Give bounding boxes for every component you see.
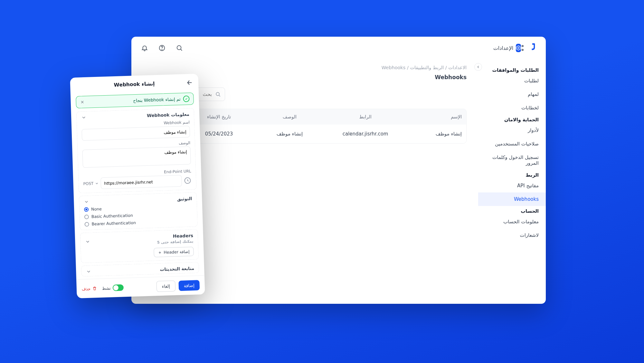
- toast-text: تم إنشاء Webhook بنجاح: [133, 97, 181, 103]
- col-url: الرابط: [325, 114, 406, 119]
- chevron-down-icon[interactable]: [81, 115, 86, 120]
- success-toast: تم إنشاء Webhook بنجاح: [76, 92, 194, 108]
- svg-point-4: [518, 47, 519, 49]
- delete-button[interactable]: حذف: [82, 286, 97, 291]
- sheet-header: إنشاء Webhook: [70, 74, 198, 95]
- sidebar-item-letters[interactable]: لخطابات: [478, 101, 546, 115]
- col-name: الإسم: [406, 114, 466, 119]
- cell-desc: إنشاء موظف: [254, 131, 325, 137]
- sidebar-item-requests[interactable]: لطلبات: [478, 74, 546, 88]
- sheet-title: إنشاء Webhook: [114, 81, 155, 88]
- section-follow: متابعة التحديثات: [81, 262, 199, 276]
- create-webhook-sheet: إنشاء Webhook تم إنشاء Webhook بنجاح معل…: [70, 74, 205, 298]
- cell-name: إنشاء موظف: [406, 131, 466, 137]
- active-toggle[interactable]: [112, 284, 124, 291]
- auth-none-radio[interactable]: None: [84, 204, 192, 212]
- section-info-title: معلومات Webhook: [147, 112, 189, 118]
- test-endpoint-icon[interactable]: [184, 177, 192, 185]
- sidebar-item-tasks[interactable]: لمهام: [478, 88, 546, 101]
- svg-point-1: [522, 45, 523, 47]
- section-auth-title: التوثيق: [177, 196, 192, 201]
- endpoint-url-input[interactable]: [100, 175, 182, 189]
- auth-bearer-radio[interactable]: Bearer Authentication: [84, 219, 193, 227]
- cell-url: calendar.jisrhr.com: [325, 131, 406, 137]
- settings-label: الإعدادات: [493, 45, 514, 51]
- brand-logo: [530, 43, 536, 53]
- sheet-back-icon[interactable]: [186, 79, 194, 86]
- sidebar-item-roles[interactable]: لأدوار: [478, 124, 546, 137]
- add-button[interactable]: إضافة: [178, 280, 200, 291]
- sidebar-item-login-passwords[interactable]: تسجيل الدخول وكلمات المرور: [478, 151, 546, 170]
- check-circle-icon: [183, 96, 190, 102]
- sidebar-item-user-permissions[interactable]: صلاحيات المستخدمين: [478, 137, 546, 151]
- chevron-down-icon[interactable]: [86, 269, 91, 274]
- section-headers-sub: يمكنك إضافة حتى 5: [157, 239, 194, 245]
- sheet-footer: إضافة إلغاء نشط حذف: [76, 275, 205, 298]
- section-title: الحماية والامان: [478, 115, 546, 124]
- svg-point-7: [162, 49, 162, 50]
- section-follow-title: متابعة التحديثات: [160, 266, 194, 272]
- add-header-button[interactable]: إضافة Header: [154, 247, 194, 257]
- auth-basic-radio[interactable]: Basic Authentication: [84, 211, 193, 219]
- gear-icon: [516, 44, 521, 52]
- section-info: معلومات Webhook اسم Webhook الوصف إنشاء …: [76, 108, 197, 193]
- settings-link[interactable]: الإعدادات: [503, 44, 511, 52]
- section-title: الحساب: [478, 206, 546, 215]
- chevron-down-icon[interactable]: [85, 239, 90, 244]
- toast-close-icon[interactable]: [80, 100, 85, 104]
- section-headers: Headers يمكنك إضافة حتى 5 إضافة Header: [80, 229, 199, 263]
- svg-point-8: [216, 92, 219, 96]
- col-desc: الوصف: [254, 114, 325, 119]
- search-input-icon: [215, 91, 221, 98]
- help-icon[interactable]: [158, 44, 166, 51]
- svg-point-5: [177, 46, 181, 50]
- chevron-down-icon[interactable]: [84, 199, 89, 204]
- breadcrumb: الاعدادات / الربط والتطبيقات / Webhooks: [143, 65, 467, 70]
- webhook-name-input[interactable]: [81, 126, 190, 141]
- bell-icon[interactable]: [141, 44, 148, 51]
- active-label: نشط: [102, 285, 111, 291]
- settings-sidebar: الطلبات والموافقات لطلبات لمهام لخطابات …: [478, 59, 546, 304]
- section-headers-title: Headers: [173, 233, 194, 239]
- search-icon[interactable]: [176, 44, 183, 51]
- section-auth: التوثيق None Basic Authentication Bearer…: [79, 192, 198, 230]
- webhook-desc-input[interactable]: إنشاء موظف: [82, 146, 191, 168]
- sidebar-item-account-info[interactable]: معلومات الحساب: [478, 215, 546, 228]
- svg-point-3: [522, 49, 523, 51]
- section-title: الطلبات والموافقات: [478, 65, 546, 74]
- sidebar-collapse-icon[interactable]: [474, 63, 482, 71]
- section-title: الربط: [478, 170, 546, 179]
- sidebar-item-api-keys[interactable]: مفاتيح API: [478, 179, 546, 192]
- http-method-select[interactable]: POST: [83, 181, 99, 186]
- topbar: الإعدادات: [131, 37, 546, 59]
- sidebar-item-webhooks[interactable]: Webhooks: [478, 192, 546, 206]
- cancel-button[interactable]: إلغاء: [156, 280, 175, 292]
- sidebar-item-notifications[interactable]: لاشعارات: [478, 228, 546, 242]
